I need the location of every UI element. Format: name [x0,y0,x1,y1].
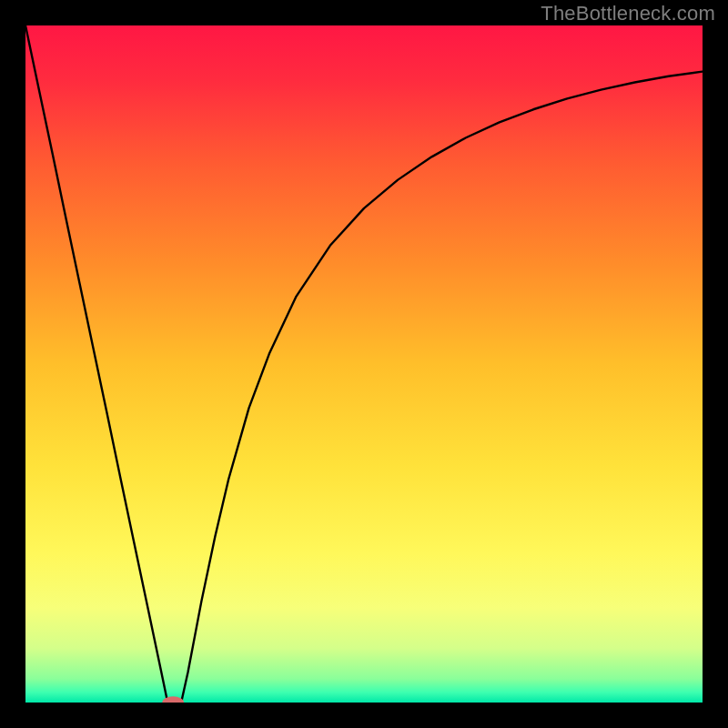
plot-area [25,25,703,703]
bottleneck-chart-svg [25,25,703,703]
chart-container: TheBottleneck.com [0,0,728,728]
watermark-text: TheBottleneck.com [541,2,715,25]
gradient-background [25,25,703,703]
